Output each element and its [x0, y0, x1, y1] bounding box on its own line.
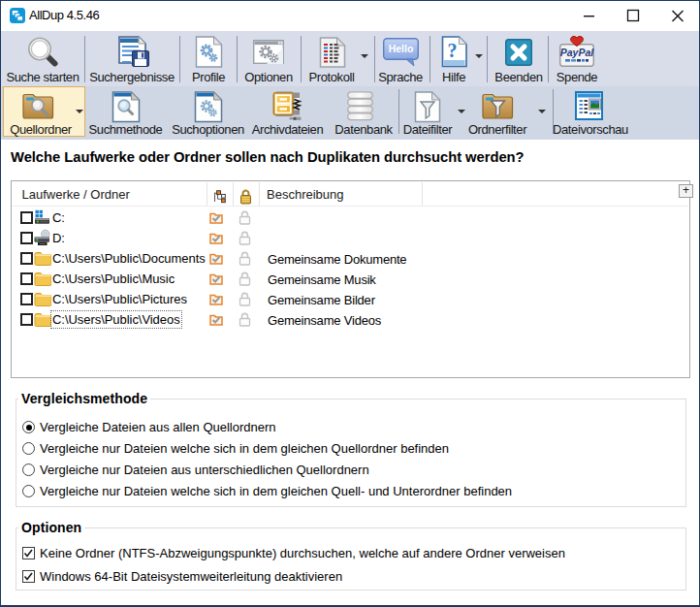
- svg-text:PayPal: PayPal: [560, 47, 595, 58]
- svg-text:Hello: Hello: [389, 43, 414, 54]
- svg-text:?: ?: [448, 40, 458, 61]
